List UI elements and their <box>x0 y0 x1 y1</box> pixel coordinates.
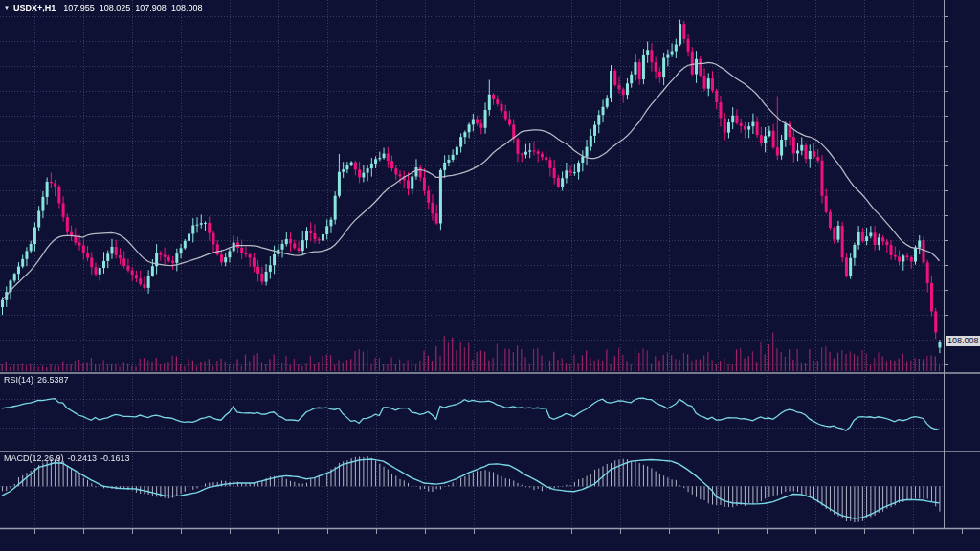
rsi-indicator-label: RSI(14)26.5387 <box>4 375 73 385</box>
macd-name: MACD(12,26,9) <box>4 453 64 463</box>
rsi-value: 26.5387 <box>37 375 69 385</box>
symbol-timeframe-label: USDX+,H1 <box>13 3 56 12</box>
ohlc-high-value: 108.025 <box>100 3 131 12</box>
macd-signal-value: -0.1613 <box>100 453 130 463</box>
ohlc-open-value: 107.955 <box>63 3 95 12</box>
macd-indicator-label: MACD(12,26,9)-0.2413-0.1613 <box>4 453 134 463</box>
ohlc-close-value: 108.008 <box>171 3 203 12</box>
rsi-name: RSI(14) <box>4 375 33 385</box>
chart-window: ▼USDX+,H1107.955108.025107.908108.008 RS… <box>0 0 980 551</box>
last-price-badge: 108.008 <box>946 336 980 346</box>
price-axis[interactable]: 110.820110.605110.390110.175109.960109.7… <box>944 0 980 528</box>
macd-main-value: -0.2413 <box>68 453 98 463</box>
price-chart-canvas[interactable] <box>0 0 980 551</box>
chart-title-bar: ▼USDX+,H1107.955108.025107.908108.008 <box>4 3 207 12</box>
collapse-chart-icon[interactable]: ▼ <box>4 5 10 11</box>
ohlc-low-value: 107.908 <box>135 3 167 12</box>
time-axis[interactable]: 26 Aug 202229 Aug 08:0029 Aug 20:0030 Au… <box>0 529 980 551</box>
